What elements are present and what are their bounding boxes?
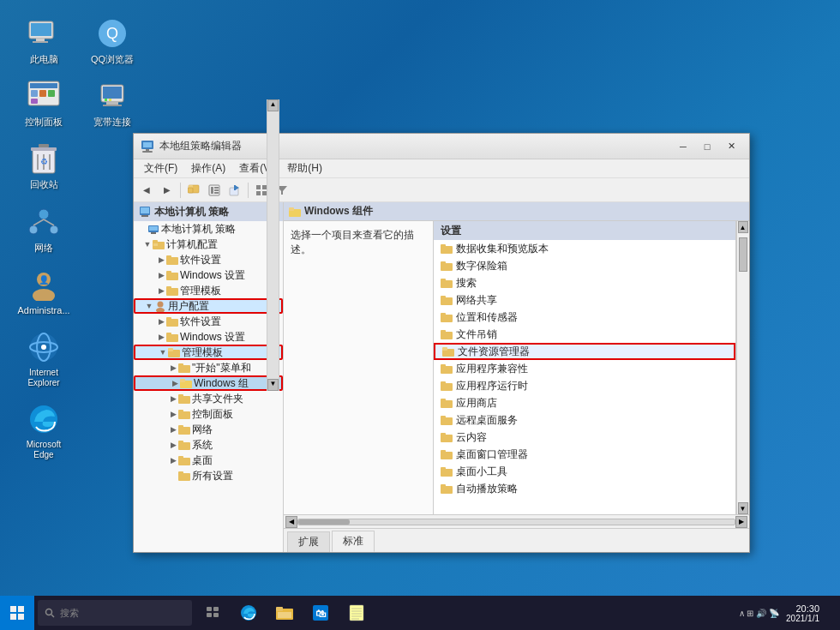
setting-file-recycle[interactable]: 文件吊销 bbox=[434, 326, 735, 343]
administrator-icon: 👤 bbox=[27, 267, 61, 302]
expand-system-item[interactable]: ▶ bbox=[168, 440, 178, 450]
taskbar-explorer-icon[interactable] bbox=[267, 596, 302, 630]
tree-windows-components[interactable]: ▶ Windows 组 bbox=[134, 375, 283, 391]
tree-shared-folders[interactable]: ▶ 共享文件夹 bbox=[134, 391, 283, 406]
tree-user-software[interactable]: ▶ 软件设置 bbox=[134, 314, 283, 329]
svg-rect-68 bbox=[166, 255, 171, 259]
taskbar-edge-icon[interactable] bbox=[231, 596, 266, 630]
tab-expand[interactable]: 扩展 bbox=[287, 531, 330, 552]
expand-user-windows[interactable]: ▶ bbox=[156, 332, 166, 342]
tree-computer-config[interactable]: ▼ 计算机配置 bbox=[134, 237, 283, 252]
tree-local-computer[interactable]: 本地计算机 策略 bbox=[134, 221, 283, 237]
desktop-icon-qq-browser[interactable]: Q QQ浏览器 bbox=[81, 13, 143, 69]
svg-rect-46 bbox=[211, 187, 213, 194]
expand-admin-comp[interactable]: ▶ bbox=[156, 285, 166, 296]
desktop-icon-recycle-bin[interactable]: ♻ 回收站 bbox=[13, 138, 75, 194]
maximize-button[interactable]: □ bbox=[696, 138, 718, 155]
tree-network-item[interactable]: ▶ 网络 bbox=[134, 422, 283, 437]
expand-software[interactable]: ▶ bbox=[156, 255, 166, 265]
desktop-icon-network[interactable]: 网络 bbox=[13, 201, 75, 257]
expand-win-components[interactable]: ▶ bbox=[170, 378, 180, 388]
tree-admin-templates-comp[interactable]: ▶ 管理模板 bbox=[134, 283, 283, 298]
desktop-icon-ie[interactable]: Internet Explorer bbox=[13, 327, 75, 392]
tree-desktop-item[interactable]: ▶ 桌面 bbox=[134, 453, 283, 468]
setting-digital-safe[interactable]: 数字保险箱 bbox=[434, 257, 735, 274]
menu-help[interactable]: 帮助(H) bbox=[280, 159, 329, 177]
setting-cloud-content[interactable]: 云内容 bbox=[434, 429, 735, 446]
svg-rect-106 bbox=[441, 296, 446, 299]
menu-file[interactable]: 文件(F) bbox=[137, 159, 184, 177]
minimize-button[interactable]: ─ bbox=[672, 138, 694, 155]
setting-window-manager[interactable]: 桌面窗口管理器 bbox=[434, 446, 735, 463]
setting-location-sensors[interactable]: 位置和传感器 bbox=[434, 309, 735, 326]
tree-software-settings[interactable]: ▶ 软件设置 bbox=[134, 252, 283, 267]
desktop-icon-control-panel[interactable]: 控制面板 bbox=[13, 75, 75, 131]
desktop-icon-edge[interactable]: Microsoft Edge bbox=[13, 399, 75, 464]
left-panel-scrollbar[interactable]: ▲ ▼ bbox=[267, 202, 279, 391]
tab-standard[interactable]: 标准 bbox=[332, 531, 375, 552]
desktop-icon-broadband[interactable]: 宽带连接 bbox=[81, 75, 143, 131]
forward-button[interactable]: ▶ bbox=[158, 181, 177, 200]
expand-start-menu[interactable]: ▶ bbox=[168, 363, 178, 373]
settings-scrollbar[interactable]: ▲ ▼ bbox=[735, 221, 749, 514]
scroll-track[interactable] bbox=[297, 519, 735, 525]
expand-shared[interactable]: ▶ bbox=[168, 393, 178, 404]
expand-local-computer[interactable] bbox=[137, 224, 147, 234]
left-panel-header: 本地计算机 策略 bbox=[134, 202, 283, 221]
setting-desktop-tools[interactable]: 桌面小工具 bbox=[434, 463, 735, 480]
setting-app-store[interactable]: 应用商店 bbox=[434, 394, 735, 411]
taskbar-notepad-icon[interactable] bbox=[339, 596, 374, 630]
expand-windows-settings[interactable]: ▶ bbox=[156, 270, 166, 280]
close-button[interactable]: ✕ bbox=[720, 138, 742, 155]
setting-search[interactable]: 搜索 bbox=[434, 274, 735, 291]
tree-user-config[interactable]: ▼ 用户配置 bbox=[134, 298, 283, 314]
setting-data-collection[interactable]: 数据收集和预览版本 bbox=[434, 240, 735, 257]
setting-app-compat[interactable]: 应用程序兼容性 bbox=[434, 360, 735, 377]
expand-user-config[interactable]: ▼ bbox=[144, 301, 154, 311]
tree-system-item[interactable]: ▶ 系统 bbox=[134, 437, 283, 453]
setting-autoplay[interactable]: 自动播放策略 bbox=[434, 480, 735, 497]
show-desktop-button[interactable] bbox=[828, 596, 833, 630]
export-button[interactable] bbox=[225, 181, 244, 200]
setting-remote-desktop[interactable]: 远程桌面服务 bbox=[434, 411, 735, 429]
up-button[interactable] bbox=[184, 181, 203, 200]
svg-line-21 bbox=[44, 219, 54, 225]
back-button[interactable]: ◀ bbox=[137, 181, 156, 200]
menu-action[interactable]: 操作(A) bbox=[184, 159, 232, 177]
expand-user-software[interactable]: ▶ bbox=[156, 316, 166, 327]
expand-desktop-item[interactable]: ▶ bbox=[168, 455, 178, 465]
svg-rect-3 bbox=[33, 41, 48, 43]
main-window: 本地组策略编辑器 ─ □ ✕ 文件(F) 操作(A) 查看(V) 帮助(H) ◀… bbox=[133, 133, 750, 553]
taskview-button[interactable] bbox=[195, 596, 230, 630]
svg-rect-82 bbox=[178, 363, 183, 367]
ie-label: Internet Explorer bbox=[16, 368, 71, 388]
tree-user-windows[interactable]: ▶ Windows 设置 bbox=[134, 329, 283, 345]
bottom-scrollbar[interactable]: ◀ ▶ bbox=[284, 514, 749, 528]
start-button[interactable] bbox=[0, 596, 34, 630]
search-icon bbox=[45, 608, 55, 618]
setting-network-share[interactable]: 网络共享 bbox=[434, 291, 735, 309]
taskbar-store-icon[interactable]: 🛍 bbox=[303, 596, 338, 630]
show-hide-button[interactable] bbox=[205, 181, 224, 200]
tree-control-panel-item[interactable]: ▶ 控制面板 bbox=[134, 406, 283, 422]
tree-start-menu[interactable]: ▶ "开始"菜单和 bbox=[134, 360, 283, 375]
taskbar: 搜索 bbox=[0, 596, 840, 630]
desktop-icon-administrator[interactable]: 👤 Administra... bbox=[13, 264, 75, 320]
svg-rect-6 bbox=[31, 90, 38, 97]
recycle-bin-icon: ♻ bbox=[27, 141, 61, 176]
settings-panel: 设置 数据收集和预览版本 bbox=[434, 221, 735, 514]
tree-user-admin-templates[interactable]: ▼ 管理模板 bbox=[134, 345, 283, 360]
tree-windows-settings[interactable]: ▶ Windows 设置 bbox=[134, 267, 283, 283]
setting-file-explorer[interactable]: 文件资源管理器 bbox=[434, 343, 735, 360]
desktop-icon-this-pc[interactable]: 此电脑 bbox=[13, 13, 75, 69]
expand-control-panel[interactable]: ▶ bbox=[168, 409, 178, 419]
setting-app-runtime[interactable]: 应用程序运行时 bbox=[434, 377, 735, 394]
expand-network-item[interactable]: ▶ bbox=[168, 424, 178, 435]
taskbar-search-box[interactable]: 搜索 bbox=[38, 600, 192, 626]
svg-point-74 bbox=[156, 308, 165, 312]
right-content: 选择一个项目来查看它的描述。 设置 数据收 bbox=[284, 221, 749, 514]
tree-all-settings[interactable]: 所有设置 bbox=[134, 468, 283, 483]
svg-rect-48 bbox=[214, 189, 219, 191]
expand-computer-config[interactable]: ▼ bbox=[142, 239, 153, 249]
expand-user-admin[interactable]: ▼ bbox=[158, 347, 168, 357]
